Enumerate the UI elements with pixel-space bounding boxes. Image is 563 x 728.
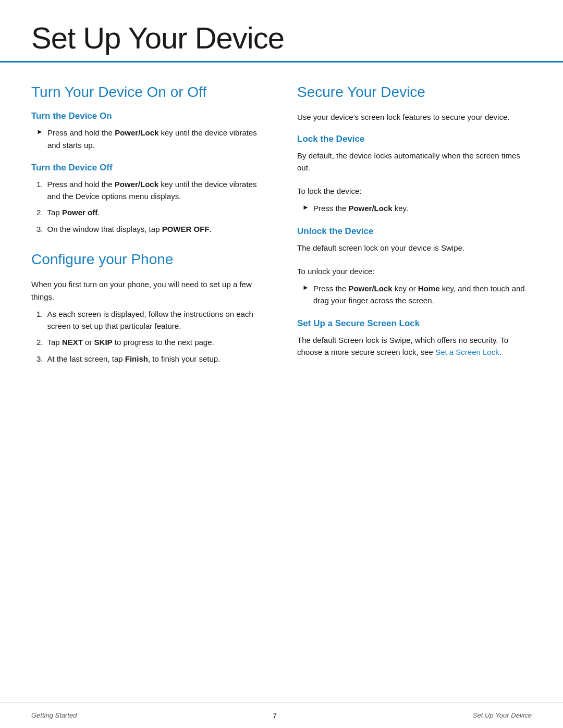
page-header: Set Up Your Device (0, 0, 563, 63)
left-column: Turn Your Device On or Off Turn the Devi… (31, 83, 266, 380)
bullet-arrow-lock-icon: ► (302, 203, 309, 211)
set-screen-lock-link[interactable]: Set a Screen Lock (435, 348, 499, 356)
section-turn-device: Turn Your Device On or Off Turn the Devi… (31, 83, 266, 235)
unlock-para2: To unlock your device: (297, 265, 532, 277)
configure-step-number-3: 3. (36, 353, 43, 365)
secure-intro: Use your device’s screen lock features t… (297, 111, 532, 123)
step-text-1: Press and hold the Power/Lock key until … (47, 178, 266, 203)
subsection-turn-on: Turn the Device On ► Press and hold the … (31, 111, 266, 151)
turn-off-step-1: 1. Press and hold the Power/Lock key unt… (36, 178, 266, 203)
lock-para1: By default, the device locks automatical… (297, 150, 532, 174)
right-column: Secure Your Device Use your device’s scr… (297, 83, 532, 380)
configure-step-1: 1. As each screen is displayed, follow t… (36, 308, 266, 332)
subsection-title-turn-on: Turn the Device On (31, 111, 266, 121)
configure-step-3: 3. At the last screen, tap Finish, to fi… (36, 353, 266, 365)
step-text-3: On the window that displays, tap POWER O… (47, 223, 212, 235)
configure-steps: 1. As each screen is displayed, follow t… (31, 308, 266, 365)
turn-off-step-3: 3. On the window that displays, tap POWE… (36, 223, 266, 235)
step-number-1: 1. (36, 178, 43, 190)
page-title: Set Up Your Device (31, 21, 532, 56)
configure-step-2: 2. Tap NEXT or SKIP to progress to the n… (36, 336, 266, 348)
step-text-2: Tap Power off. (47, 206, 100, 218)
footer-left-text: Getting Started (31, 711, 77, 719)
footer-right-text: Set Up Your Device (473, 711, 532, 719)
bullet-turn-on-text: Press and hold the Power/Lock key until … (47, 127, 266, 151)
subsection-title-unlock: Unlock the Device (297, 226, 532, 237)
configure-step-number-2: 2. (36, 336, 43, 348)
footer-page-number: 7 (273, 711, 277, 720)
subsection-title-screen-lock: Set Up a Secure Screen Lock (297, 318, 532, 329)
section-title-turn-device: Turn Your Device On or Off (31, 83, 266, 101)
configure-intro: When you first turn on your phone, you w… (31, 278, 266, 303)
subsection-title-turn-off: Turn the Device Off (31, 163, 266, 173)
bullet-unlock-text: Press the Power/Lock key or Home key, an… (313, 282, 532, 307)
section-configure-phone: Configure your Phone When you first turn… (31, 251, 266, 365)
bullet-lock-text: Press the Power/Lock key. (313, 202, 408, 214)
step-number-3: 3. (36, 223, 43, 235)
page-footer: Getting Started 7 Set Up Your Device (0, 702, 563, 728)
content-area: Turn Your Device On or Off Turn the Devi… (0, 83, 563, 380)
screen-lock-para: The default Screen lock is Swipe, which … (297, 334, 532, 359)
step-number-2: 2. (36, 206, 43, 218)
subsection-title-lock: Lock the Device (297, 134, 532, 144)
configure-step-text-1: As each screen is displayed, follow the … (47, 308, 266, 332)
configure-step-text-2: Tap NEXT or SKIP to progress to the next… (47, 336, 214, 348)
turn-off-step-2: 2. Tap Power off. (36, 206, 266, 218)
bullet-arrow-icon: ► (36, 128, 43, 135)
subsection-turn-off: Turn the Device Off 1. Press and hold th… (31, 163, 266, 235)
section-title-configure: Configure your Phone (31, 251, 266, 268)
turn-off-steps: 1. Press and hold the Power/Lock key unt… (31, 178, 266, 235)
subsection-unlock-device: Unlock the Device The default screen loc… (297, 226, 532, 307)
unlock-para1: The default screen lock on your device i… (297, 242, 532, 254)
lock-para2: To lock the device: (297, 185, 532, 197)
bullet-unlock: ► Press the Power/Lock key or Home key, … (297, 282, 532, 307)
section-title-secure: Secure Your Device (297, 83, 532, 101)
subsection-screen-lock: Set Up a Secure Screen Lock The default … (297, 318, 532, 359)
subsection-lock-device: Lock the Device By default, the device l… (297, 134, 532, 215)
bullet-arrow-unlock-icon: ► (302, 283, 309, 291)
configure-step-text-3: At the last screen, tap Finish, to finis… (47, 353, 221, 365)
bullet-lock: ► Press the Power/Lock key. (297, 202, 532, 214)
page: Set Up Your Device Turn Your Device On o… (0, 0, 563, 728)
configure-step-number-1: 1. (36, 308, 43, 320)
section-secure-device: Secure Your Device Use your device’s scr… (297, 83, 532, 358)
bullet-turn-on: ► Press and hold the Power/Lock key unti… (31, 127, 266, 151)
